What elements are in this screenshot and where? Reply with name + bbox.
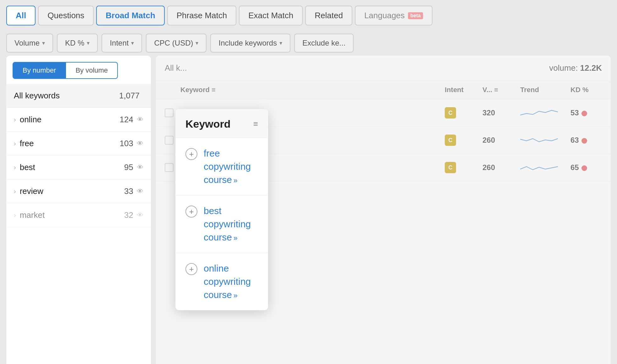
- double-arrow-icon: »: [234, 291, 238, 300]
- sidebar-item-review[interactable]: › review 33 👁: [6, 179, 151, 203]
- sort-icon: ≡: [212, 86, 216, 94]
- intent-badge: C: [445, 107, 456, 119]
- chevron-right-icon: ›: [14, 140, 16, 147]
- tab-broad-match[interactable]: Broad Match: [96, 6, 164, 25]
- volume-cell: 260: [482, 163, 495, 172]
- sidebar-item-best[interactable]: › best 95 👁: [6, 156, 151, 179]
- row-checkbox[interactable]: [165, 163, 174, 172]
- chevron-down-icon: ▾: [42, 40, 45, 47]
- table-column-headers: Keyword ≡ Intent V... ≡ Trend KD %: [156, 81, 611, 99]
- by-volume-toggle[interactable]: By volume: [66, 62, 118, 79]
- add-to-list-icon[interactable]: +: [185, 206, 197, 218]
- chevron-right-icon: ›: [14, 188, 16, 195]
- volume-column-header[interactable]: V... ≡: [482, 86, 520, 94]
- tab-bar: All Questions Broad Match Phrase Match E…: [0, 0, 617, 30]
- sidebar-item-online[interactable]: › online 124 👁: [6, 108, 151, 132]
- kd-indicator: [581, 111, 587, 116]
- sidebar-item-count: 95: [124, 163, 133, 172]
- row-checkbox[interactable]: [165, 136, 174, 145]
- chevron-right-icon: ›: [14, 164, 16, 171]
- sidebar-item-label: All keywords: [14, 91, 119, 101]
- left-sidebar: By number By volume All keywords 1,077 ›…: [6, 56, 151, 364]
- intent-column-header[interactable]: Intent: [445, 86, 482, 94]
- sidebar-item-count: 33: [124, 186, 133, 196]
- sidebar-item-label: market: [20, 210, 124, 220]
- kd-cell: 53: [570, 108, 579, 117]
- table-all-keywords-label: All k...: [165, 63, 549, 73]
- eye-icon[interactable]: 👁: [137, 116, 143, 123]
- sidebar-item-label: online: [20, 115, 120, 124]
- chevron-down-icon: ▾: [87, 40, 90, 47]
- exclude-keywords-filter[interactable]: Exclude ke...: [294, 34, 354, 52]
- sidebar-item-label: best: [20, 163, 124, 172]
- sidebar-item-label: review: [20, 186, 124, 196]
- kd-column-header[interactable]: KD %: [570, 86, 602, 94]
- table-header-row: All k... volume: 12.2K: [156, 56, 611, 81]
- popup-header: Keyword ≡: [175, 109, 268, 138]
- volume-filter[interactable]: Volume ▾: [6, 34, 53, 52]
- kd-cell: 65: [570, 163, 579, 172]
- sort-icon: ≡: [494, 86, 498, 94]
- tab-related[interactable]: Related: [305, 6, 352, 25]
- intent-filter[interactable]: Intent ▾: [102, 34, 142, 52]
- popup-keyword-link[interactable]: freecopywritingcourse: [204, 148, 251, 185]
- kd-cell: 63: [570, 136, 579, 144]
- add-to-list-icon[interactable]: +: [185, 263, 197, 275]
- main-content: By number By volume All keywords 1,077 ›…: [0, 56, 617, 364]
- trend-sparkline: [520, 106, 558, 118]
- sidebar-keyword-list: All keywords 1,077 › online 124 👁 › free…: [6, 84, 151, 227]
- sidebar-item-count: 103: [120, 139, 133, 148]
- beta-badge: beta: [408, 12, 423, 19]
- include-keywords-filter[interactable]: Include keywords ▾: [210, 34, 290, 52]
- popup-title: Keyword: [185, 118, 253, 130]
- sort-icon[interactable]: ≡: [253, 119, 258, 129]
- eye-icon[interactable]: 👁: [137, 140, 143, 147]
- eye-icon[interactable]: 👁: [137, 212, 143, 219]
- sidebar-item-label: free: [20, 139, 120, 148]
- by-number-toggle[interactable]: By number: [13, 62, 66, 79]
- chevron-right-icon: ›: [14, 212, 16, 219]
- chevron-down-icon: ▾: [279, 40, 282, 47]
- chevron-down-icon: ▾: [196, 40, 198, 47]
- volume-cell: 320: [482, 108, 495, 117]
- add-to-list-icon[interactable]: +: [185, 148, 197, 160]
- tab-languages[interactable]: Languages beta: [355, 6, 433, 25]
- kd-indicator: [581, 138, 587, 144]
- popup-keyword-link[interactable]: bestcopywritingcourse: [204, 206, 251, 242]
- kd-filter[interactable]: KD % ▾: [57, 34, 98, 52]
- tab-exact-match[interactable]: Exact Match: [239, 6, 303, 25]
- tab-phrase-match[interactable]: Phrase Match: [167, 6, 236, 25]
- sidebar-item-market[interactable]: › market 32 👁: [6, 203, 151, 227]
- tab-questions[interactable]: Questions: [38, 6, 94, 25]
- sidebar-toggle-group: By number By volume: [6, 56, 151, 84]
- popup-keyword-link[interactable]: onlinecopywritingcourse: [204, 263, 251, 300]
- sidebar-item-all-keywords[interactable]: All keywords 1,077: [6, 84, 151, 108]
- keyword-column-header[interactable]: Keyword ≡: [180, 86, 445, 94]
- keyword-dropdown-popup: Keyword ≡ + freecopywritingcourse » + be…: [175, 109, 268, 310]
- popup-keyword-item-2[interactable]: + onlinecopywritingcourse »: [175, 253, 268, 310]
- volume-cell: 260: [482, 136, 495, 144]
- popup-keyword-item-0[interactable]: + freecopywritingcourse »: [175, 138, 268, 196]
- intent-badge: C: [445, 162, 456, 173]
- sidebar-item-count: 1,077: [119, 91, 140, 101]
- trend-column-header[interactable]: Trend: [520, 86, 570, 94]
- trend-sparkline: [520, 133, 558, 146]
- table-volume-summary: volume: 12.2K: [549, 63, 602, 73]
- popup-keyword-item-1[interactable]: + bestcopywritingcourse »: [175, 196, 268, 253]
- eye-icon[interactable]: 👁: [137, 164, 143, 171]
- sidebar-item-free[interactable]: › free 103 👁: [6, 132, 151, 156]
- tab-all[interactable]: All: [6, 6, 36, 25]
- kd-indicator: [581, 165, 587, 171]
- double-arrow-icon: »: [234, 234, 238, 242]
- sidebar-item-count: 32: [124, 210, 133, 220]
- sidebar-item-count: 124: [120, 115, 133, 124]
- cpc-filter[interactable]: CPC (USD) ▾: [146, 34, 207, 52]
- intent-badge: C: [445, 135, 456, 146]
- total-volume-value: 12.2K: [580, 63, 602, 73]
- chevron-down-icon: ▾: [131, 40, 134, 47]
- chevron-right-icon: ›: [14, 116, 16, 123]
- row-checkbox[interactable]: [165, 108, 174, 117]
- double-arrow-icon: »: [234, 176, 238, 185]
- eye-icon[interactable]: 👁: [137, 188, 143, 195]
- filter-bar: Volume ▾ KD % ▾ Intent ▾ CPC (USD) ▾ Inc…: [0, 30, 617, 56]
